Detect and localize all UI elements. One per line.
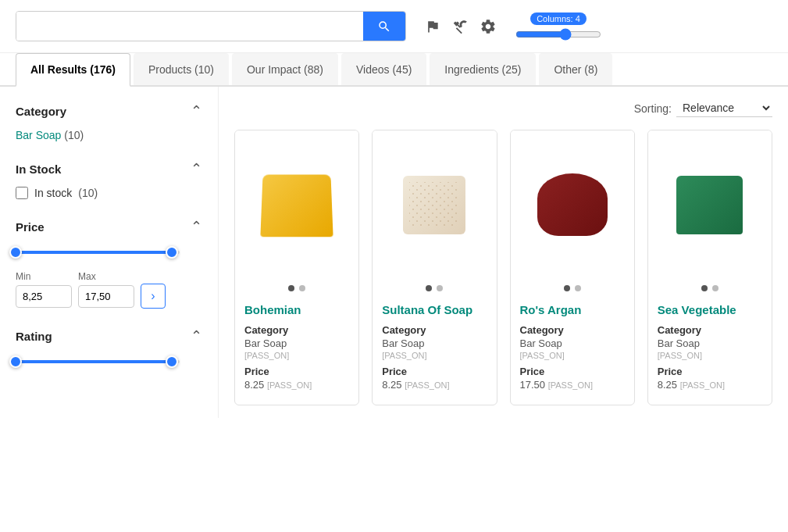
product-price-value-argan: 17.50 [PASS_ON]: [520, 379, 625, 391]
in-stock-count: (10): [78, 187, 98, 199]
price-max-input[interactable]: [78, 285, 134, 308]
flag-icon[interactable]: [425, 19, 440, 34]
price-max-thumb[interactable]: [166, 246, 178, 259]
soap-image-bohemian: [260, 174, 333, 237]
product-info-sultana: Sultana Of Soap Category Bar Soap [PASS_…: [373, 296, 496, 405]
product-card-bohemian: Bohemian Category Bar Soap [PASS_ON] Pri…: [234, 130, 359, 405]
card-dots-bohemian: [235, 279, 358, 296]
results-header: Sorting: Relevance Price Low-High Price …: [234, 99, 772, 117]
product-price-value-bohemian: 8.25 [PASS_ON]: [244, 379, 349, 391]
dot-argan-1[interactable]: [564, 285, 570, 291]
filter-rating-header: Rating ⌃: [16, 327, 202, 345]
sorting-select[interactable]: Relevance Price Low-High Price High-Low …: [676, 99, 772, 117]
product-category-label-argan: Category: [520, 324, 625, 336]
search-button[interactable]: [363, 12, 405, 41]
dot-bohemian-1[interactable]: [288, 285, 294, 291]
price-inputs: Min Max ›: [16, 270, 202, 309]
columns-control: Columns: 4: [515, 12, 601, 41]
columns-badge: Columns: 4: [530, 12, 587, 25]
product-image-area-argan: [511, 130, 634, 279]
product-category-value-argan: Bar Soap [PASS_ON]: [520, 337, 625, 361]
in-stock-checkbox[interactable]: [16, 187, 28, 199]
sorting-label: Sorting:: [634, 102, 672, 115]
filter-price-header: Price ⌃: [16, 218, 202, 235]
product-name-vegetable[interactable]: Sea Vegetable: [658, 302, 762, 318]
tools-icon[interactable]: [451, 18, 469, 35]
search-icon: [377, 20, 391, 34]
tab-videos[interactable]: Videos (45): [341, 53, 426, 85]
rating-max-thumb[interactable]: [166, 355, 178, 368]
dot-sultana-1[interactable]: [426, 285, 432, 291]
product-price-label-vegetable: Price: [658, 366, 762, 377]
soap-image-sultana: [403, 176, 465, 234]
dot-bohemian-2[interactable]: [299, 285, 305, 291]
bar-soap-count: (10): [64, 129, 84, 141]
filter-in-stock: In Stock ⌃ In stock (10): [16, 160, 202, 199]
top-bar: soap Columns: 4: [0, 0, 788, 53]
rating-slider-row: [16, 354, 202, 370]
dot-argan-2[interactable]: [575, 285, 581, 291]
rating-min-thumb[interactable]: [9, 355, 22, 368]
product-card-sultana: Sultana Of Soap Category Bar Soap [PASS_…: [372, 130, 497, 405]
filter-category-chevron[interactable]: ⌃: [191, 102, 202, 120]
tabs-bar: All Results (176) Products (10) Our Impa…: [0, 53, 788, 87]
price-min-thumb[interactable]: [9, 246, 22, 259]
in-stock-label: In stock: [34, 187, 72, 199]
filter-price-chevron[interactable]: ⌃: [191, 218, 202, 235]
tab-all-results[interactable]: All Results (176): [16, 53, 130, 87]
product-category-label-sultana: Category: [382, 324, 487, 336]
card-dots-sultana: [373, 279, 496, 296]
product-price-label-bohemian: Price: [244, 366, 349, 377]
product-card-argan: Ro's Argan Category Bar Soap [PASS_ON] P…: [510, 130, 635, 405]
tab-ingredients[interactable]: Ingredients (25): [430, 53, 536, 85]
price-range-container[interactable]: [16, 245, 180, 260]
product-info-vegetable: Sea Vegetable Category Bar Soap [PASS_ON…: [648, 296, 772, 405]
soap-image-vegetable: [676, 176, 743, 234]
dot-vegetable-2[interactable]: [712, 285, 718, 291]
product-image-area-bohemian: [235, 130, 358, 279]
bar-soap-link[interactable]: Bar Soap: [16, 129, 61, 141]
product-name-argan[interactable]: Ro's Argan: [520, 302, 625, 318]
price-max-group: Max: [78, 271, 134, 308]
filter-price-title: Price: [16, 220, 45, 234]
product-info-argan: Ro's Argan Category Bar Soap [PASS_ON] P…: [511, 296, 634, 405]
price-min-label: Min: [16, 271, 72, 282]
rating-range-fill: [16, 360, 172, 363]
product-category-label-vegetable: Category: [658, 324, 762, 336]
product-name-bohemian[interactable]: Bohemian: [244, 302, 349, 318]
product-card-vegetable: Sea Vegetable Category Bar Soap [PASS_ON…: [647, 130, 772, 405]
filter-in-stock-chevron[interactable]: ⌃: [191, 160, 202, 177]
in-stock-checkbox-row: In stock (10): [16, 187, 202, 199]
price-min-group: Min: [16, 271, 72, 308]
gear-icon[interactable]: [480, 18, 497, 35]
product-price-value-vegetable: 8.25 [PASS_ON]: [658, 379, 762, 391]
dot-sultana-2[interactable]: [437, 285, 443, 291]
tab-products[interactable]: Products (10): [134, 53, 229, 85]
filter-price: Price ⌃ Min Max: [16, 218, 202, 309]
price-slider-row: [16, 245, 202, 260]
dot-vegetable-1[interactable]: [701, 285, 708, 291]
product-image-area-vegetable: [648, 130, 772, 279]
category-link[interactable]: Bar Soap (10): [16, 129, 202, 141]
columns-slider[interactable]: [515, 28, 601, 41]
search-wrapper: soap: [16, 11, 406, 41]
price-range-fill: [16, 251, 172, 254]
rating-range-container[interactable]: [16, 354, 180, 370]
product-info-bohemian: Bohemian Category Bar Soap [PASS_ON] Pri…: [235, 296, 358, 405]
product-category-value-sultana: Bar Soap [PASS_ON]: [382, 337, 487, 361]
toolbar-icons: [425, 18, 497, 35]
tab-other[interactable]: Other (8): [539, 53, 612, 85]
card-dots-argan: [511, 279, 634, 296]
filter-rating-title: Rating: [16, 330, 52, 343]
main-content: Category ⌃ Bar Soap (10) In Stock ⌃ In s…: [0, 87, 788, 418]
product-name-sultana[interactable]: Sultana Of Soap: [382, 302, 487, 318]
price-min-input[interactable]: [16, 285, 72, 308]
product-category-label-bohemian: Category: [244, 324, 349, 336]
results-area: Sorting: Relevance Price Low-High Price …: [219, 87, 788, 418]
filter-rating-chevron[interactable]: ⌃: [191, 327, 202, 345]
price-go-button[interactable]: ›: [141, 284, 166, 309]
product-category-value-vegetable: Bar Soap [PASS_ON]: [658, 337, 762, 361]
tab-our-impact[interactable]: Our Impact (88): [232, 53, 338, 85]
search-input[interactable]: soap: [16, 12, 363, 41]
filter-category-title: Category: [16, 105, 66, 118]
